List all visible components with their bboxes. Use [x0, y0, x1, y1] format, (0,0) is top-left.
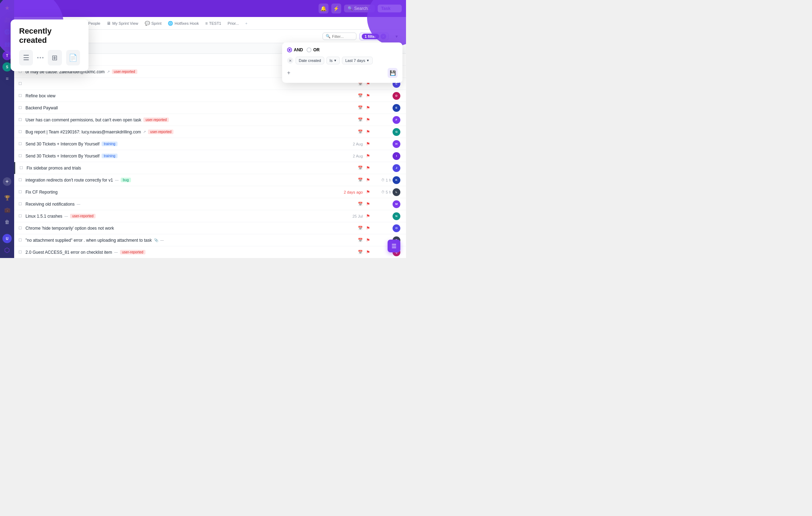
notifications-icon[interactable]: 🔔 [319, 4, 328, 13]
filter-field-label: Date created [299, 58, 321, 63]
filter-field-button[interactable]: Date created [296, 57, 324, 64]
recently-created-actions: ☰ ⊞ 📄 [19, 50, 80, 65]
due-date-cell: 📅 [331, 250, 363, 254]
table-row[interactable]: ☐ Send 30 Tickets + Intercom By Yourself… [14, 150, 406, 162]
flag-icon: ⚑ [366, 189, 370, 195]
table-row[interactable]: ☐ "no attachment supplied" error . when … [14, 234, 406, 246]
more-options-icon[interactable] [37, 57, 44, 58]
tab-prior[interactable]: Prior... [225, 20, 242, 27]
filter-search-input[interactable] [332, 34, 353, 39]
assignee-avatar: F [393, 116, 400, 124]
table-row[interactable]: ☐ Fix CF Reporting 2 days ago ⚑ ⏱5 h L [14, 186, 406, 198]
fab-button[interactable]: ☰ [388, 240, 400, 252]
task-checkbox-icon[interactable]: ☐ [18, 81, 22, 86]
avatar-cell: O [391, 224, 402, 232]
sidebar-trash-icon[interactable]: 🗑 [2, 217, 12, 227]
task-checkbox-icon[interactable]: ☐ [18, 214, 22, 218]
task-name-cell: ☐ integration redirects don't route corr… [18, 178, 331, 183]
grid-view-icon[interactable]: ⊞ [48, 50, 62, 65]
avatar-cell: I [391, 152, 402, 160]
recently-created-popup: Recently created ☰ ⊞ 📄 [11, 19, 88, 71]
attachment-icon: 📎 [154, 238, 158, 242]
sidebar-trophy-icon[interactable]: 🏆 [2, 193, 12, 203]
sidebar-add-button[interactable]: + [3, 177, 11, 186]
table-row[interactable]: ☐ Send 30 Tickets + Intercom By Yourself… [14, 138, 406, 150]
task-checkbox-icon[interactable]: ☐ [18, 142, 22, 146]
task-checkbox-icon[interactable]: ☐ [18, 226, 22, 230]
filter-rule-row: ✕ Date created Is ▼ Last 7 days ▼ [287, 57, 398, 64]
document-icon[interactable]: 📄 [66, 50, 80, 65]
avatar-cell: N [391, 212, 402, 220]
sidebar-clickup-icon[interactable]: ⬡ [2, 245, 12, 255]
filter-operator-button[interactable]: Is ▼ [326, 57, 340, 64]
table-row[interactable]: ☐ Refine box view 📅 ⚑ D [14, 90, 406, 102]
flag-cell: ⚑ [363, 141, 373, 147]
table-row[interactable]: ☐ 2.0 Guest ACCESS_81 error on checklist… [14, 246, 406, 258]
table-row[interactable]: ☐ Bug report | Team #2190167: lucy.navas… [14, 126, 406, 138]
table-row[interactable]: ☐ Receiving old notifications — 📅 ⚑ M [14, 198, 406, 210]
flag-cell: ⚑ [363, 250, 373, 255]
task-checkbox-icon[interactable]: ☐ [18, 105, 22, 110]
filter-search-icon: 🔍 [326, 34, 331, 39]
sidebar-briefcase-icon[interactable]: 💼 [2, 205, 12, 215]
tab-hotfixes-hook[interactable]: 🌐 Hotfixes Hook [165, 19, 201, 27]
task-checkbox-icon[interactable]: ☐ [18, 202, 22, 206]
sidebar-user-avatar[interactable]: U [2, 234, 12, 243]
avatar-cell: K [391, 176, 402, 184]
flag-cell: ⚑ [363, 93, 373, 98]
task-checkbox-icon[interactable]: ☐ [18, 250, 22, 254]
task-name-cell: ☐ 2.0 Guest ACCESS_81 error on checklist… [18, 250, 331, 255]
flag-cell: ⚑ [363, 213, 373, 219]
task-checkbox-icon[interactable]: ☐ [18, 130, 22, 134]
task-checkbox-icon[interactable]: ☐ [18, 93, 22, 98]
flag-icon: ⚑ [366, 105, 370, 110]
assignee-avatar: I [393, 152, 400, 160]
sidebar-menu-icon[interactable]: ≡ [2, 74, 12, 84]
flag-icon: ⚑ [366, 129, 370, 134]
table-row[interactable]: ☐ User has can comment permissions, but … [14, 114, 406, 126]
avatar-cell: F [391, 116, 402, 124]
task-checkbox-icon[interactable]: ☐ [18, 154, 22, 158]
task-checkbox-icon[interactable]: ☐ [18, 117, 22, 122]
task-checkbox-icon[interactable]: ☐ [18, 238, 22, 242]
task-tag: user-reported [112, 69, 137, 74]
spacer-icon: — [64, 214, 68, 218]
task-checkbox-icon[interactable]: ☐ [18, 190, 22, 194]
filter-add-condition-button[interactable]: + [287, 70, 290, 76]
task-external-link-icon: ↗ [107, 70, 110, 74]
filter-value-button[interactable]: Last 7 days ▼ [342, 57, 372, 64]
filter-value-label: Last 7 days [345, 58, 365, 63]
tab-add[interactable]: + [242, 20, 250, 27]
filter-rule-remove-button[interactable]: ✕ [287, 57, 293, 64]
table-row[interactable]: ☐ Backend Paywall 📅 ⚑ E [14, 102, 406, 114]
topbar: 🔔 ⚡ 🔍 Search... Task ▼ [14, 0, 406, 17]
and-radio-option[interactable]: AND [287, 47, 303, 52]
and-label: AND [294, 47, 303, 52]
lightning-icon[interactable]: ⚡ [331, 4, 341, 13]
filter-save-button[interactable]: 💾 [388, 68, 398, 78]
task-checkbox-icon[interactable]: ☐ [19, 166, 23, 170]
table-row[interactable]: ☐ Chrome 'hide temporarily' option does … [14, 222, 406, 234]
filter-search-box[interactable]: 🔍 [322, 33, 356, 40]
task-checkbox-icon[interactable]: ☐ [18, 178, 22, 182]
task-name-cell: ☐ Linux 1.5.1 crashes — user-reported [18, 214, 331, 219]
assignee-avatar: O [393, 224, 400, 232]
assignee-avatar: E [393, 104, 400, 112]
assignee-avatar: K [393, 176, 400, 184]
due-date-cell: 📅 [331, 202, 363, 206]
table-row[interactable]: ☐ integration redirects don't route corr… [14, 174, 406, 186]
list-view-icon[interactable]: ☰ [19, 50, 33, 65]
due-date-cell: 2 Aug [331, 154, 363, 158]
or-label: OR [313, 47, 320, 52]
due-date-cell: 📅 [331, 105, 363, 110]
tab-my-sprint-view[interactable]: 🖥 My Sprint View [104, 19, 141, 27]
task-tag-bug: bug [121, 178, 131, 182]
task-tag: training [102, 154, 118, 158]
tab-test1[interactable]: ≡ TEST1 [202, 19, 224, 27]
or-radio-option[interactable]: OR [307, 47, 320, 52]
assignee-avatar: N [393, 212, 400, 220]
tab-sprint[interactable]: 💬 Sprint [142, 19, 165, 27]
flag-icon: ⚑ [366, 165, 370, 171]
table-row[interactable]: ☐ Fix sidebar promos and trials 📅 ⚑ J [14, 162, 406, 174]
table-row[interactable]: ☐ Linux 1.5.1 crashes — user-reported 25… [14, 210, 406, 222]
